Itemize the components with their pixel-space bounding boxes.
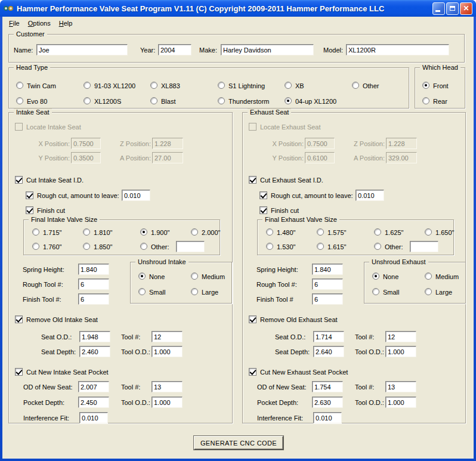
exhaust-seat-depth-input[interactable] [313, 346, 344, 357]
intake-finish-cut-checkbox[interactable] [26, 206, 33, 214]
intake-valve-radio-1850[interactable] [83, 243, 90, 250]
minimize-button[interactable] [432, 2, 445, 15]
intake-remove-tool-num-input[interactable] [152, 331, 183, 342]
exhaust-valve-radio-1530[interactable] [266, 243, 273, 250]
head-type-radio-twin-cam[interactable] [16, 82, 23, 89]
exhaust-valve-radio-1625[interactable] [374, 228, 381, 236]
head-type-radio-xl1200s[interactable] [84, 97, 91, 104]
radio-label: None [383, 273, 398, 281]
head-type-radio-s1-lightning[interactable] [218, 82, 225, 89]
intake-pocket-tool-num-input[interactable] [152, 381, 183, 392]
intake-valve-other-input[interactable] [176, 241, 205, 252]
exhaust-spring-height-input[interactable] [312, 264, 343, 275]
generate-cnc-code-button[interactable]: GENERATE CNC CODE [194, 436, 283, 450]
cut-new-exhaust-seat-pocket-checkbox[interactable] [249, 368, 256, 376]
remove-old-exhaust-seat-checkbox[interactable] [249, 315, 256, 323]
intake-pocket-tool-od-input[interactable] [152, 397, 183, 408]
cut-exhaust-seat-id-checkbox[interactable] [249, 176, 256, 184]
od-new-seat-label: OD of New Seat: [257, 383, 307, 391]
exhaust-pocket-tool-od-input[interactable] [385, 397, 416, 408]
cut-intake-seat-id-checkbox[interactable] [15, 176, 23, 184]
head-type-radio-other[interactable] [352, 82, 359, 89]
checkbox-label: Finish cut [271, 207, 299, 215]
exhaust-interference-fit-input[interactable] [313, 412, 342, 423]
head-type-radio-blast[interactable] [150, 97, 157, 104]
exhaust-valve-size-group: Final Exhaust Valve Size 1.480" 1.575" 1… [257, 219, 454, 255]
exhaust-od-new-seat-input[interactable] [312, 381, 343, 392]
which-head-radio-front[interactable] [422, 82, 429, 89]
exhaust-valve-other-input[interactable] [410, 241, 438, 252]
menu-options[interactable]: Options [24, 18, 55, 29]
head-type-radio-91-03-xl1200[interactable] [84, 82, 91, 89]
model-input[interactable] [346, 44, 449, 55]
cut-new-intake-seat-pocket-checkbox[interactable] [15, 368, 23, 376]
app-window: Hammer Performance Valve Seat Program V1… [0, 0, 476, 461]
exhaust-rough-tool-input[interactable] [312, 279, 343, 290]
checkbox-label: Locate Intake Seat [26, 123, 81, 131]
intake-valve-radio-1900[interactable] [140, 228, 147, 236]
head-type-radio-xb[interactable] [285, 82, 292, 89]
year-input[interactable] [158, 44, 191, 55]
remove-old-intake-seat-checkbox[interactable] [15, 315, 23, 323]
exhaust-valve-radio-1615[interactable] [317, 243, 324, 250]
intake-interference-fit-input[interactable] [79, 412, 108, 423]
intake-pocket-depth-input[interactable] [78, 397, 109, 408]
exhaust-pocket-tool-num-input[interactable] [385, 381, 416, 392]
name-input[interactable] [36, 44, 128, 55]
exhaust-valve-radio-1480[interactable] [266, 228, 273, 236]
intake-valve-radio-1810[interactable] [83, 228, 90, 236]
intake-unshroud-radio-none[interactable] [138, 273, 146, 280]
close-button[interactable]: ✕ [460, 2, 472, 15]
which-head-legend: Which Head [420, 64, 460, 72]
intake-rough-cut-checkbox[interactable] [26, 191, 33, 199]
head-type-radio-04-up-xl1200[interactable] [285, 97, 292, 104]
exhaust-pocket-depth-input[interactable] [312, 397, 343, 408]
exhaust-rough-cut-checkbox[interactable] [259, 191, 267, 199]
exhaust-unshroud-radio-none[interactable] [372, 273, 379, 280]
seat-od-label: Seat O.D.: [275, 333, 305, 341]
exhaust-rough-cut-input[interactable] [356, 190, 384, 201]
menu-help[interactable]: Help [55, 18, 77, 29]
exhaust-valve-radio-other[interactable] [374, 243, 381, 250]
head-type-group: Head Type Twin Cam 91-03 XL1200 XL883 S1… [8, 67, 409, 109]
exhaust-valve-radio-1575[interactable] [317, 228, 324, 236]
pocket-depth-label: Pocket Depth: [257, 399, 298, 407]
menu-file[interactable]: File [5, 18, 24, 29]
make-input[interactable] [221, 44, 314, 55]
intake-valve-radio-other[interactable] [140, 243, 147, 250]
head-type-radio-xl883[interactable] [150, 82, 157, 89]
intake-seat-depth-input[interactable] [79, 346, 110, 357]
exhaust-remove-tool-num-input[interactable] [385, 331, 416, 342]
exhaust-unshroud-radio-small[interactable] [372, 288, 379, 295]
intake-valve-radio-1760[interactable] [32, 243, 39, 250]
intake-remove-tool-od-input[interactable] [152, 346, 183, 357]
exhaust-seat-od-input[interactable] [313, 331, 344, 342]
exhaust-remove-tool-od-input[interactable] [385, 346, 416, 357]
radio-label: Large [202, 289, 218, 296]
exhaust-finish-tool-input[interactable] [312, 293, 343, 305]
intake-valve-radio-1715[interactable] [32, 228, 39, 236]
maximize-icon [450, 6, 455, 11]
intake-od-new-seat-input[interactable] [78, 381, 109, 392]
maximize-button[interactable] [446, 2, 459, 15]
intake-unshroud-radio-large[interactable] [191, 288, 198, 295]
intake-rough-cut-input[interactable] [122, 190, 150, 201]
radio-label: Other: [151, 243, 169, 251]
intake-unshroud-radio-small[interactable] [138, 288, 146, 295]
intake-valve-radio-2000[interactable] [191, 228, 198, 236]
head-type-radio-thunderstorm[interactable] [218, 97, 225, 104]
exhaust-valve-radio-1650[interactable] [425, 228, 432, 236]
intake-unshroud-radio-medium[interactable] [191, 273, 198, 280]
intake-seat-od-input[interactable] [79, 331, 110, 342]
radio-label: Twin Cam [27, 82, 56, 90]
exhaust-finish-cut-checkbox[interactable] [259, 206, 267, 214]
which-head-radio-rear[interactable] [422, 97, 429, 104]
intake-spring-height-input[interactable] [78, 264, 109, 275]
exhaust-unshroud-radio-large[interactable] [425, 288, 432, 295]
intake-finish-tool-input[interactable] [78, 293, 109, 305]
radio-label: 1.715" [43, 229, 61, 237]
head-type-radio-evo-80[interactable] [16, 97, 23, 104]
intake-rough-tool-input[interactable] [78, 279, 109, 290]
radio-label: 1.900" [151, 229, 169, 237]
exhaust-unshroud-radio-medium[interactable] [425, 273, 432, 280]
